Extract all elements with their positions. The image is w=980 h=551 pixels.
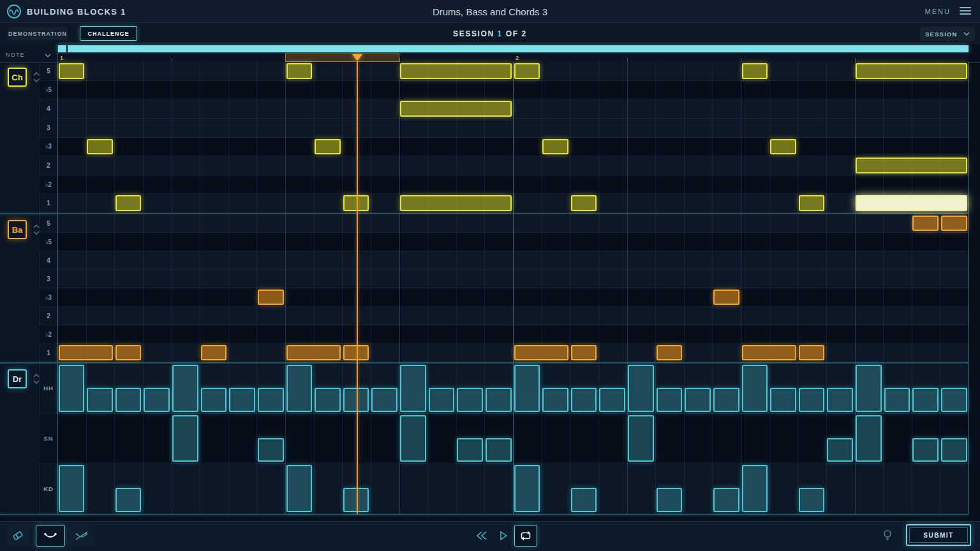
drums-note-SN-30[interactable] [912, 438, 939, 462]
drums-note-KD-26[interactable] [799, 488, 825, 512]
tie-tool-button[interactable] [36, 525, 65, 547]
playhead-handle[interactable] [352, 54, 362, 61]
drums-note-HH-9[interactable] [315, 388, 341, 412]
drums-note-SN-27[interactable] [827, 438, 853, 462]
bass-note-1-8[interactable] [286, 345, 341, 360]
drums-note-HH-25[interactable] [770, 388, 796, 412]
drums-note-SN-4[interactable] [172, 415, 198, 462]
drums-note-HH-21[interactable] [657, 388, 683, 412]
track-button-drums[interactable]: Dr [8, 369, 27, 388]
drums-note-HH-26[interactable] [799, 388, 825, 412]
bass-note-5-30[interactable] [912, 216, 939, 231]
drums-note-KD-0[interactable] [59, 465, 85, 512]
tab-demonstration[interactable]: DEMONSTRATION [8, 27, 68, 40]
drums-note-HH-3[interactable] [144, 388, 170, 412]
track-button-bass[interactable]: Ba [8, 220, 27, 239]
drums-note-KD-24[interactable] [742, 465, 768, 512]
drums-note-HH-19[interactable] [599, 388, 625, 412]
timeline-ruler[interactable]: 12 [57, 54, 969, 62]
chords-note-5-12[interactable] [400, 63, 512, 79]
submit-button[interactable]: SUBMIT [906, 524, 971, 546]
track-reorder-arrows-drums[interactable] [33, 373, 40, 385]
drums-note-HH-4[interactable] [172, 365, 198, 412]
drums-note-KD-21[interactable] [657, 488, 683, 512]
chords-note-♭3-25[interactable] [770, 139, 796, 155]
tie-off-tool-button[interactable] [69, 526, 94, 545]
drums-note-HH-23[interactable] [713, 388, 739, 412]
drums-note-KD-18[interactable] [571, 488, 597, 512]
drums-note-KD-2[interactable] [115, 488, 142, 512]
drums-note-HH-15[interactable] [486, 388, 512, 412]
bass-note-5-31[interactable] [941, 216, 967, 231]
drums-note-HH-24[interactable] [742, 365, 768, 412]
drums-note-HH-30[interactable] [912, 388, 939, 412]
track-reorder-arrows-chords[interactable] [33, 71, 40, 83]
drums-note-KD-23[interactable] [713, 488, 739, 512]
drums-note-SN-7[interactable] [258, 438, 284, 462]
drums-note-SN-14[interactable] [457, 438, 483, 462]
note-selector-dropdown[interactable]: NOTE [0, 51, 57, 62]
chords-note-♭3-1[interactable] [87, 139, 113, 155]
drums-note-HH-18[interactable] [571, 388, 597, 412]
drums-note-HH-31[interactable] [941, 388, 967, 412]
bass-note-1-2[interactable] [115, 345, 142, 360]
drums-note-SN-15[interactable] [486, 438, 512, 462]
drums-note-HH-20[interactable] [628, 365, 654, 412]
rewind-button[interactable] [471, 526, 493, 545]
bass-note-1-21[interactable] [657, 345, 683, 360]
chords-note-1-28[interactable] [856, 195, 967, 211]
chords-note-1-18[interactable] [571, 195, 597, 211]
session-dropdown[interactable]: SESSION [920, 27, 975, 41]
hint-button[interactable] [878, 526, 897, 545]
drums-note-HH-27[interactable] [827, 388, 853, 412]
drums-note-HH-29[interactable] [884, 388, 910, 412]
track-reorder-arrows-bass[interactable] [33, 224, 40, 235]
bass-note-1-24[interactable] [742, 345, 796, 360]
chords-note-1-12[interactable] [400, 195, 512, 211]
drums-note-HH-6[interactable] [229, 388, 255, 412]
bass-note-♭3-7[interactable] [258, 290, 284, 305]
chords-note-♭3-9[interactable] [315, 139, 341, 155]
chords-note-♭3-17[interactable] [542, 139, 568, 155]
chords-note-2-28[interactable] [856, 158, 967, 173]
drums-note-HH-14[interactable] [457, 388, 483, 412]
play-button[interactable] [494, 526, 513, 545]
chords-note-5-8[interactable] [286, 63, 313, 79]
bass-note-1-26[interactable] [799, 345, 825, 360]
chords-note-5-24[interactable] [742, 63, 768, 79]
drums-note-SN-12[interactable] [400, 415, 426, 462]
drums-note-HH-22[interactable] [685, 388, 711, 412]
bass-note-♭3-23[interactable] [713, 290, 739, 305]
drums-note-HH-5[interactable] [201, 388, 227, 412]
drums-note-HH-11[interactable] [371, 388, 397, 412]
drums-note-HH-17[interactable] [542, 388, 568, 412]
drums-note-SN-20[interactable] [628, 415, 654, 462]
drums-note-HH-13[interactable] [429, 388, 455, 412]
bass-note-1-0[interactable] [59, 345, 113, 360]
chords-note-5-16[interactable] [514, 63, 540, 79]
hamburger-menu-icon[interactable] [960, 7, 971, 16]
drums-note-KD-16[interactable] [514, 465, 540, 512]
drums-note-HH-2[interactable] [115, 388, 142, 412]
bass-note-1-16[interactable] [514, 345, 568, 360]
menu-button[interactable]: MENU [925, 0, 951, 23]
drums-note-HH-0[interactable] [59, 365, 85, 412]
chords-note-1-2[interactable] [115, 195, 142, 211]
drums-note-HH-7[interactable] [258, 388, 284, 412]
session-progress-bar[interactable] [57, 45, 969, 52]
drums-note-SN-31[interactable] [941, 438, 967, 462]
bass-note-1-5[interactable] [201, 345, 227, 360]
track-button-chords[interactable]: Ch [8, 68, 27, 87]
tab-challenge[interactable]: CHALLENGE [80, 26, 137, 41]
drums-note-HH-1[interactable] [87, 388, 113, 412]
drums-note-HH-12[interactable] [400, 365, 426, 412]
bass-note-1-18[interactable] [571, 345, 597, 360]
loop-region[interactable] [285, 54, 399, 62]
chords-note-4-12[interactable] [400, 101, 512, 117]
chords-note-1-26[interactable] [799, 195, 825, 211]
chords-note-5-28[interactable] [856, 63, 967, 79]
drums-note-KD-8[interactable] [286, 465, 313, 512]
loop-button[interactable] [514, 525, 537, 547]
drums-note-HH-8[interactable] [286, 365, 313, 412]
drums-note-HH-28[interactable] [856, 365, 882, 412]
